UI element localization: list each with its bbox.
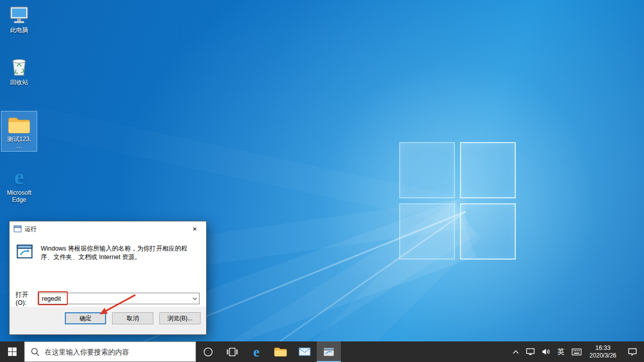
- start-button[interactable]: [0, 341, 24, 362]
- cortana-button[interactable]: [196, 341, 220, 362]
- taskbar-edge-button[interactable]: e: [244, 341, 268, 362]
- windows-logo-pane: [399, 203, 455, 260]
- windows-logo-pane: [460, 142, 516, 198]
- speaker-icon: [542, 348, 550, 355]
- network-status-icon[interactable]: [522, 341, 538, 362]
- edge-icon: e: [8, 167, 31, 188]
- browse-button[interactable]: 浏览(B)...: [159, 312, 201, 324]
- run-dialog-description: Windows 将根据你所输入的名称，为你打开相应的程序、文件夹、文档或 Int…: [41, 245, 198, 262]
- mail-icon: [299, 347, 311, 356]
- run-command-combobox[interactable]: [39, 293, 200, 304]
- run-window-icon: [14, 225, 22, 232]
- windows-desktop: 此电脑 回收站 测试123. … e Microsoft Edge: [0, 0, 644, 362]
- system-tray: 英 16:33 2020/3/26: [509, 341, 644, 362]
- file-explorer-icon: [274, 347, 287, 357]
- desktop-icon-test-folder[interactable]: 测试123. …: [1, 111, 37, 152]
- desktop-icon-label: Microsoft Edge: [2, 189, 36, 203]
- volume-button[interactable]: [538, 341, 554, 362]
- run-icon: [17, 245, 33, 262]
- cortana-icon: [203, 347, 213, 357]
- this-pc-icon: [8, 4, 31, 25]
- cancel-button[interactable]: 取消: [112, 312, 153, 324]
- desktop-icon-microsoft-edge[interactable]: e Microsoft Edge: [1, 165, 37, 205]
- run-dialog-footer: 确定 取消 浏览(B)...: [10, 307, 206, 334]
- chevron-up-icon: [513, 350, 519, 354]
- task-view-icon: [226, 347, 238, 356]
- ok-button[interactable]: 确定: [65, 312, 106, 324]
- taskbar-run-button[interactable]: [317, 341, 341, 362]
- clock-date: 2020/3/26: [590, 352, 616, 359]
- action-center-icon: [628, 348, 637, 356]
- recycle-bin-icon: [8, 56, 31, 77]
- taskbar-clock[interactable]: 16:33 2020/3/26: [585, 341, 621, 362]
- run-dialog-titlebar[interactable]: 运行 ×: [10, 221, 206, 236]
- keyboard-icon: [572, 348, 582, 355]
- desktop-icon-label-ellipsis: …: [2, 143, 36, 150]
- desktop-icon-label: 回收站: [2, 79, 36, 86]
- desktop-icon-label: 此电脑: [2, 27, 36, 34]
- chevron-down-icon[interactable]: [190, 293, 199, 304]
- run-window-icon: [323, 347, 335, 357]
- taskbar: e: [0, 341, 644, 362]
- folder-icon: [8, 113, 31, 134]
- search-icon: [31, 347, 40, 356]
- taskbar-search-box[interactable]: [24, 341, 196, 362]
- desktop-icon-this-pc[interactable]: 此电脑: [1, 2, 37, 36]
- ime-indicator[interactable]: 英: [554, 341, 568, 362]
- clock-time: 16:33: [595, 344, 610, 352]
- taskbar-file-explorer-button[interactable]: [268, 341, 293, 362]
- windows-logo-pane: [460, 203, 516, 260]
- tray-expand-button[interactable]: [509, 341, 522, 362]
- close-button[interactable]: ×: [183, 221, 206, 236]
- windows-logo: [399, 142, 516, 260]
- edge-icon: e: [253, 344, 259, 360]
- windows-start-icon: [8, 347, 17, 356]
- ethernet-icon: [526, 348, 535, 355]
- run-dialog-window: 运行 × Windows 将根据你所输入的名称，为你打开相应的程序、文件夹、文档…: [9, 221, 207, 335]
- run-command-input[interactable]: [39, 293, 200, 304]
- search-input[interactable]: [45, 348, 186, 356]
- close-icon: ×: [193, 224, 197, 233]
- run-dialog-title: 运行: [25, 225, 37, 233]
- action-center-button[interactable]: [621, 341, 644, 362]
- taskbar-mail-button[interactable]: [293, 341, 317, 362]
- open-label: 打开(O):: [16, 291, 39, 306]
- windows-logo-pane: [399, 142, 455, 198]
- desktop-icon-recycle-bin[interactable]: 回收站: [1, 54, 37, 88]
- touch-keyboard-button[interactable]: [568, 341, 585, 362]
- task-view-button[interactable]: [220, 341, 244, 362]
- desktop-icon-label: 测试123.: [2, 136, 36, 143]
